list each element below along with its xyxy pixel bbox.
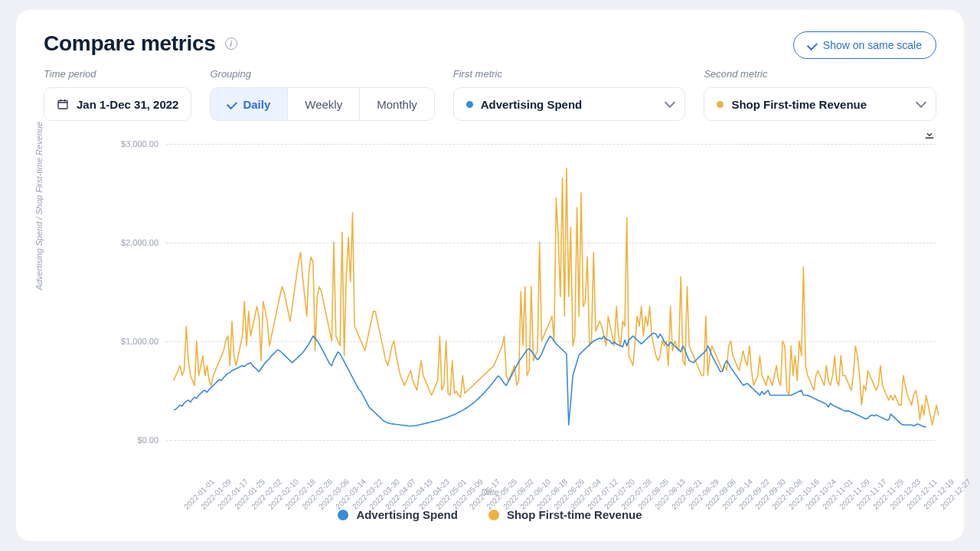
svg-rect-0 <box>58 100 67 109</box>
date-range-value: Jan 1-Dec 31, 2022 <box>77 98 178 111</box>
chevron-down-icon <box>916 97 926 108</box>
check-icon <box>807 40 818 51</box>
legend-item-2[interactable]: Shop First-time Revenue <box>488 508 642 521</box>
date-range-picker[interactable]: Jan 1-Dec 31, 2022 <box>44 87 191 121</box>
legend-swatch-2 <box>488 510 499 520</box>
plot <box>174 148 930 445</box>
chevron-down-icon <box>665 97 675 108</box>
check-icon <box>227 99 237 109</box>
first-metric-value: Advertising Spend <box>481 98 583 111</box>
second-metric-select[interactable]: Shop First-time Revenue <box>704 87 936 121</box>
time-period-label: Time period <box>44 68 191 80</box>
show-same-scale-label: Show on same scale <box>823 39 922 51</box>
first-metric-select[interactable]: Advertising Spend <box>453 87 686 121</box>
header-row: Compare metrics i Show on same scale <box>44 31 936 59</box>
page-title: Compare metrics <box>44 31 216 56</box>
plot-wrap: $0.00$1,000.00$2,000.00$3,000.00 <box>94 148 936 445</box>
time-period-control: Time period Jan 1-Dec 31, 2022 <box>44 68 191 121</box>
show-same-scale-button[interactable]: Show on same scale <box>793 31 936 59</box>
first-metric-label: First metric <box>453 68 686 80</box>
grouping-weekly[interactable]: Weekly <box>288 88 360 120</box>
grouping-label: Grouping <box>210 68 434 80</box>
legend-label-2: Shop First-time Revenue <box>507 508 642 521</box>
x-axis-title: Date <box>44 487 936 497</box>
compare-metrics-card: Compare metrics i Show on same scale Tim… <box>15 9 965 542</box>
legend-swatch-1 <box>338 510 348 520</box>
line-chart-svg <box>174 148 930 445</box>
controls-row: Time period Jan 1-Dec 31, 2022 Grouping … <box>44 68 936 121</box>
chart-legend: Advertising Spend Shop First-time Revenu… <box>44 508 936 521</box>
second-metric-dot <box>717 101 724 108</box>
second-metric-value: Shop First-time Revenue <box>731 98 867 111</box>
legend-item-1[interactable]: Advertising Spend <box>338 508 458 521</box>
y-axis-title: Advertising Spend / Shop First-time Reve… <box>34 121 44 289</box>
grouping-segmented: Daily Weekly Monthly <box>210 87 434 121</box>
second-metric-label: Second metric <box>704 68 936 80</box>
chart-area: Advertising Spend / Shop First-time Reve… <box>44 127 936 529</box>
first-metric-control: First metric Advertising Spend <box>453 68 686 121</box>
legend-label-1: Advertising Spend <box>356 508 458 521</box>
calendar-icon <box>57 98 69 110</box>
first-metric-dot <box>466 101 473 108</box>
grouping-control: Grouping Daily Weekly Monthly <box>210 68 434 121</box>
grouping-monthly[interactable]: Monthly <box>360 88 434 120</box>
info-icon[interactable]: i <box>225 37 237 50</box>
grouping-daily[interactable]: Daily <box>211 88 288 120</box>
page-title-group: Compare metrics i <box>44 31 237 56</box>
second-metric-control: Second metric Shop First-time Revenue <box>704 68 936 121</box>
